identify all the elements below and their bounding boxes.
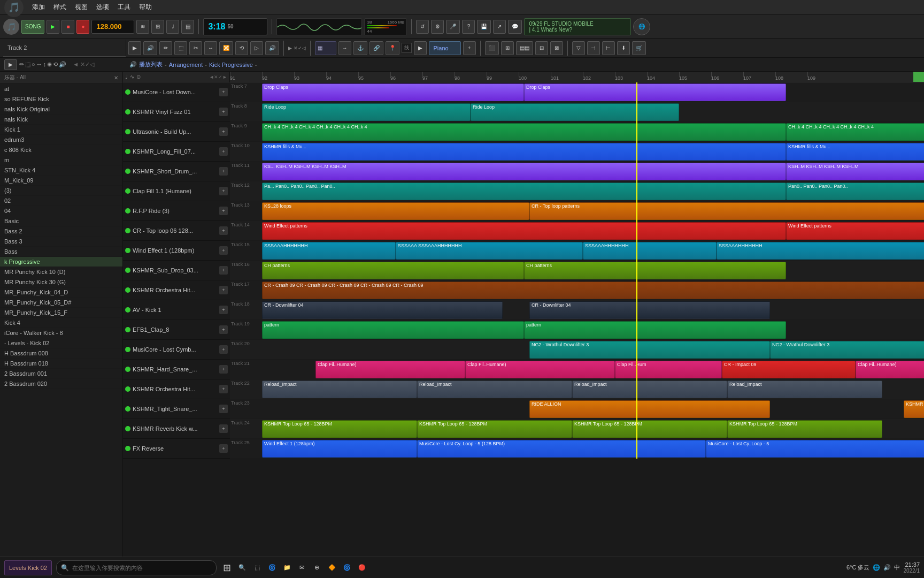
instrument-item-26[interactable]: H Bassdrum 008 (0, 348, 122, 359)
start-btn[interactable]: ⊞ (221, 561, 234, 574)
instrument-item-0[interactable]: at (0, 84, 122, 94)
clip-22-1[interactable]: Reload_Impact (417, 381, 572, 398)
mixer-btn[interactable]: ≋ (136, 20, 149, 34)
instrument-item-7[interactable]: m (0, 155, 122, 165)
menu-style[interactable]: 样式 (49, 2, 71, 13)
instrument-item-9[interactable]: M_Kick_09 (0, 176, 122, 186)
delete-btn[interactable]: ✂ (189, 41, 202, 55)
clip-15-2[interactable]: SSSAAAHHHHHHH (583, 242, 717, 260)
bc-mute-icon[interactable]: ○ (32, 61, 35, 68)
instrument-item-12[interactable]: 04 (0, 206, 122, 216)
bc-kick-progressive[interactable]: Kick Progressive (209, 62, 253, 68)
instrument-item-17[interactable]: k Progressive (0, 257, 122, 267)
app2-btn[interactable]: 🔶 (326, 561, 338, 574)
speaker-btn[interactable]: 🔊 (143, 41, 157, 55)
pattern-btn[interactable]: ⬛ (485, 41, 499, 55)
piano-roll-btn[interactable]: ♩ (166, 20, 179, 34)
clip-23-0[interactable]: RIDE ALLION (529, 400, 770, 418)
bc-playlist[interactable]: 播放列表 (139, 60, 163, 69)
instrument-item-20[interactable]: MR_Punchy_Kick_04_D (0, 287, 122, 298)
playlist-icon-btn[interactable]: ▦ (315, 41, 336, 55)
track-add-btn-14[interactable]: + (219, 226, 228, 235)
instrument-item-18[interactable]: MR Punchy Kick 10 (D) (0, 267, 122, 277)
track-add-btn-13[interactable]: + (219, 207, 228, 215)
bc-zoom-icon[interactable]: ↕ (43, 61, 47, 68)
instrument-item-19[interactable]: MR Punchy Kick 30 (G) (0, 277, 122, 287)
menu-options[interactable]: 选项 (92, 2, 113, 13)
tracks-scroll[interactable]: MusiCore - Lost Down...+KSHMR Vinyl Fuzz… (123, 82, 924, 557)
pencil-btn[interactable]: ✏ (159, 41, 172, 55)
clip-24-3[interactable]: KSHMR Top Loop 65 - 128BPM (727, 420, 882, 438)
track-add-btn-25[interactable]: + (219, 444, 228, 453)
track-row-12[interactable]: Track 12Pa... Pan0.. Pan0.. Pan0.. Pan0.… (230, 181, 924, 201)
track-add-btn-10[interactable]: + (219, 147, 228, 156)
group-btn[interactable]: ▤▤ (516, 41, 533, 55)
clip-16-0[interactable]: CH patterns (262, 262, 524, 279)
slice-btn[interactable]: 🔀 (219, 41, 233, 55)
add-instrument-btn[interactable]: + (463, 41, 476, 55)
instrument-item-28[interactable]: 2 Bassdrum 001 (0, 369, 122, 379)
clip-9-0[interactable]: CH..k 4 CH..k 4 CH..k 4 CH..k 4 CH..k 4 … (262, 123, 786, 141)
track-add-btn-19[interactable]: + (219, 325, 228, 334)
arrow-right-btn[interactable]: → (338, 41, 351, 55)
track-add-btn-21[interactable]: + (219, 365, 228, 374)
clip-24-2[interactable]: KSHMR Top Loop 65 - 128BPM (572, 420, 727, 438)
track-row-15[interactable]: Track 15SSSAAAHHHHHHHSSSAAA SSSAAAHHHHHH… (230, 241, 924, 261)
bc-pencil-icon[interactable]: ✏ (19, 61, 24, 68)
track-add-btn-23[interactable]: + (219, 405, 228, 413)
track-add-btn-16[interactable]: + (219, 266, 228, 275)
instrument-item-13[interactable]: Basic (0, 216, 122, 226)
clip-9-1[interactable]: CH..k 4 CH..k 4 CH..k 4 CH..k 4 CH..k 4 (786, 123, 924, 141)
bc-vol-icon[interactable]: 🔊 (59, 61, 66, 68)
network-icon[interactable]: 🌐 (873, 564, 880, 571)
track-row-7[interactable]: Track 7Drop ClapsDrop Claps (230, 82, 924, 102)
app4-btn[interactable]: 🔴 (356, 561, 368, 574)
globe-btn[interactable]: 🌐 (633, 18, 650, 35)
clip-10-1[interactable]: KSHMR fills & Mu... (786, 143, 924, 161)
explorer-btn[interactable]: 📁 (281, 561, 294, 574)
song-mode-btn[interactable]: SONG (21, 20, 44, 34)
instrument-item-24[interactable]: iCore - Walker Kick - 8 (0, 328, 122, 338)
search-taskbar-btn[interactable]: 🔍 (236, 561, 249, 574)
mute-btn[interactable]: ↔ (204, 41, 217, 55)
clip-22-3[interactable]: Reload_Impact (727, 381, 882, 398)
clip-11-0[interactable]: KS... KSH..M KSH..M KSH..M KSH..M (262, 163, 786, 180)
clip-21-4[interactable]: Clap Fil..Humane) (856, 361, 924, 378)
track-row-19[interactable]: Track 19patternpattern (230, 320, 924, 340)
timeline-ruler[interactable]: 9192939495969798991001011021031041051061… (230, 72, 924, 82)
fl-logo[interactable]: 🎵 (4, 0, 24, 17)
clip-19-1[interactable]: pattern (524, 321, 786, 339)
track-row-10[interactable]: Track 10KSHMR fills & Mu...KSHMR fills &… (230, 142, 924, 162)
export-btn[interactable]: ↗ (493, 20, 506, 34)
track-add-btn-18[interactable]: + (219, 306, 228, 314)
fl-circle-logo[interactable]: 🎵 (3, 19, 19, 35)
track-row-13[interactable]: Track 13KS..28 loopsCR - Top loop patter… (230, 201, 924, 221)
lang-btn[interactable]: 中 (894, 564, 900, 572)
bpm-display[interactable]: 128.000 (91, 20, 134, 34)
select-btn[interactable]: ⬚ (174, 41, 187, 55)
clip-12-0[interactable]: Pa... Pan0.. Pan0.. Pan0.. Pan0.. (262, 182, 786, 200)
app3-btn[interactable]: 🌀 (341, 561, 353, 574)
anchor-btn[interactable]: ⚓ (353, 41, 367, 55)
bc-prev-icon[interactable]: ◄ ✕✓◁ (73, 61, 94, 68)
task-view-btn[interactable]: ⬚ (251, 561, 264, 574)
clip-13-1[interactable]: CR - Top loop patterns (529, 202, 924, 220)
menu-tools[interactable]: 工具 (113, 2, 135, 13)
save-btn[interactable]: 💾 (477, 20, 491, 34)
clip-14-0[interactable]: Wind Effect patterns (262, 222, 786, 240)
menu-view[interactable]: 视图 (71, 2, 92, 13)
clip-24-1[interactable]: KSHMR Top Loop 65 - 128BPM (417, 420, 572, 438)
mail-btn[interactable]: ✉ (296, 561, 309, 574)
refresh-btn[interactable]: ↺ (416, 20, 429, 34)
clip-25-2[interactable]: MusiCore - Lost Cy..Loop - 5 (706, 440, 924, 458)
search-input[interactable] (72, 565, 212, 571)
piano-instrument-btn[interactable]: Piano (429, 41, 461, 55)
instrument-item-6[interactable]: c 808 Kick (0, 145, 122, 155)
clip-21-1[interactable]: Clap Fil..Humane) (465, 361, 615, 378)
track-add-btn-17[interactable]: + (219, 286, 228, 294)
clip-21-0[interactable]: Clap Fil..Humane) (315, 361, 465, 378)
track-row-11[interactable]: Track 11KS... KSH..M KSH..M KSH..M KSH..… (230, 162, 924, 181)
menu-help[interactable]: 帮助 (135, 2, 156, 13)
link-btn[interactable]: 🔗 (369, 41, 383, 55)
instrument-item-15[interactable]: Bass 3 (0, 237, 122, 247)
